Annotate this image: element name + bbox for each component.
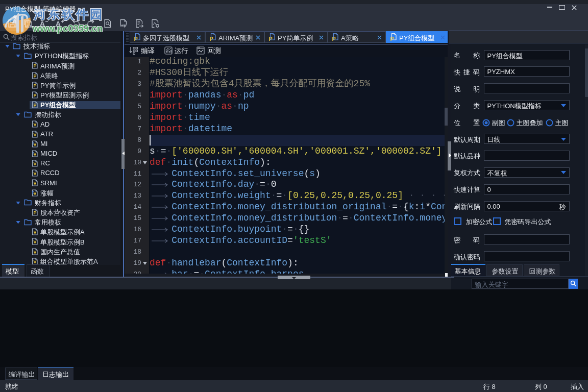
svg-text:V: V <box>33 152 36 157</box>
svg-text:P: P <box>332 35 336 41</box>
svg-text:V: V <box>33 161 36 166</box>
svg-text:V: V <box>33 142 36 147</box>
svg-text:V: V <box>33 132 36 137</box>
svg-text:P: P <box>390 35 394 41</box>
svg-text:V: V <box>33 259 36 264</box>
svg-text:P: P <box>269 35 273 41</box>
svg-text:P: P <box>33 74 36 79</box>
svg-text:V: V <box>33 171 36 176</box>
svg-text:V: V <box>33 239 36 244</box>
svg-text:V: V <box>33 191 36 196</box>
svg-text:V: V <box>33 122 36 127</box>
svg-text:P: P <box>33 210 36 215</box>
svg-text:V: V <box>33 250 36 255</box>
svg-text:V: V <box>33 181 36 186</box>
svg-text:P: P <box>33 103 36 108</box>
svg-text:V: V <box>33 230 36 235</box>
svg-text:www.pc0359.cn: www.pc0359.cn <box>32 23 103 34</box>
svg-text:P: P <box>33 93 36 98</box>
svg-text:P: P <box>33 83 36 88</box>
